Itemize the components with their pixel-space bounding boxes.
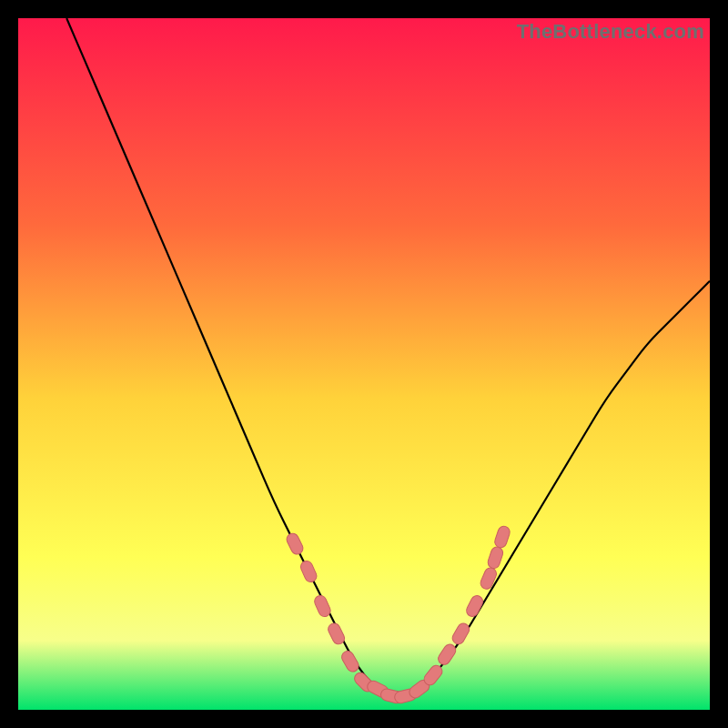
watermark-text: TheBottleneck.com — [517, 20, 704, 44]
gradient-background — [18, 18, 710, 710]
bottleneck-chart — [18, 18, 710, 710]
chart-frame: TheBottleneck.com — [18, 18, 710, 710]
